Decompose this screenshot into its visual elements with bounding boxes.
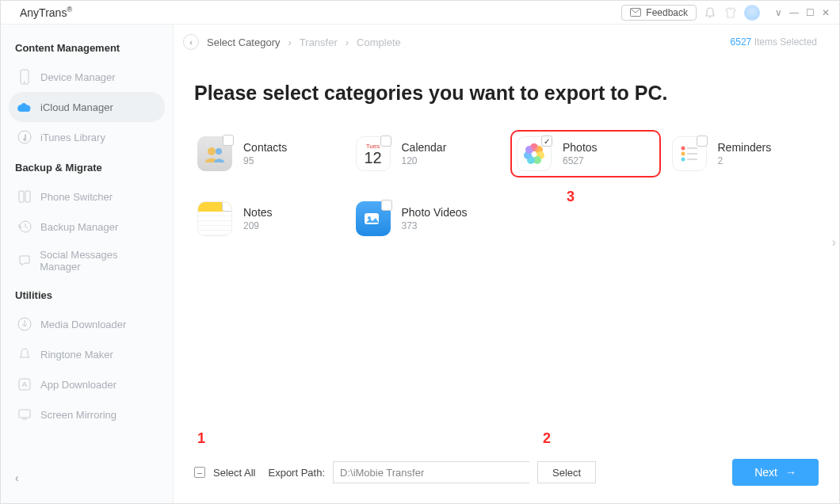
sidebar-label: Backup Manager xyxy=(40,221,118,233)
breadcrumb: ‹ Select Category › Transfer › Complete xyxy=(183,34,401,50)
sidebar-item-media-downloader[interactable]: Media Downloader xyxy=(9,309,165,339)
switch-icon xyxy=(17,189,32,204)
items-selected-count: 6527 xyxy=(731,36,752,48)
checkbox[interactable] xyxy=(223,135,234,146)
sidebar-item-backup-manager[interactable]: Backup Manager xyxy=(9,212,165,242)
svg-point-20 xyxy=(530,143,538,151)
svg-point-11 xyxy=(208,147,216,155)
photo-videos-icon xyxy=(356,201,391,236)
device-icon xyxy=(17,69,32,85)
category-contacts[interactable]: Contacts 95 xyxy=(194,130,345,178)
sidebar-collapse[interactable]: ‹ xyxy=(9,465,165,491)
section-backup-migrate: Backup & Migrate xyxy=(15,162,158,174)
avatar[interactable] xyxy=(744,5,760,21)
arrow-right-icon: → xyxy=(785,466,796,479)
checkbox[interactable] xyxy=(222,201,232,212)
category-count: 95 xyxy=(243,155,287,166)
sidebar-label: iTunes Library xyxy=(40,132,105,143)
scroll-right-button[interactable]: › xyxy=(832,235,836,250)
screen-icon xyxy=(17,407,32,422)
category-reminders[interactable]: Reminders 2 xyxy=(669,130,819,178)
select-path-button[interactable]: Select xyxy=(537,461,596,483)
breadcrumb-back-button[interactable]: ‹ xyxy=(183,34,199,50)
svg-point-21 xyxy=(681,147,685,151)
history-icon xyxy=(17,219,32,235)
sidebar-item-app-downloader[interactable]: App Downloader xyxy=(9,369,165,399)
app-icon xyxy=(17,376,32,392)
category-count: 2 xyxy=(718,155,772,166)
page-heading: Please select categories you want to exp… xyxy=(194,82,819,105)
category-name: Reminders xyxy=(718,141,772,154)
svg-point-23 xyxy=(681,158,685,162)
category-name: Calendar xyxy=(402,141,447,154)
sidebar-label: Social Messages Manager xyxy=(40,249,157,273)
sidebar-item-screen-mirroring[interactable]: Screen Mirroring xyxy=(9,399,165,430)
svg-point-12 xyxy=(216,148,222,155)
feedback-label: Feedback xyxy=(646,7,688,18)
export-path-input[interactable] xyxy=(333,461,529,483)
app-title: AnyTrans® xyxy=(20,6,72,19)
select-all-label: Select All xyxy=(213,467,255,479)
next-label: Next xyxy=(754,466,777,479)
trademark-symbol: ® xyxy=(67,6,72,13)
annotation-2: 2 xyxy=(543,430,551,447)
bell-icon[interactable] xyxy=(703,6,717,20)
window-controls: ∨ — ☐ ✕ xyxy=(773,7,831,18)
breadcrumb-step-select: Select Category xyxy=(207,36,281,48)
sidebar-item-device-manager[interactable]: Device Manager xyxy=(9,62,165,92)
sidebar-label: iCloud Manager xyxy=(40,101,113,113)
category-count: 6527 xyxy=(563,155,598,166)
select-all-checkbox[interactable]: – xyxy=(194,467,205,478)
svg-rect-10 xyxy=(19,410,30,418)
checkbox[interactable] xyxy=(380,136,391,147)
calendar-day-num: 12 xyxy=(364,150,381,166)
category-name: Notes xyxy=(243,206,273,219)
checkbox[interactable] xyxy=(697,136,708,147)
chat-icon xyxy=(17,253,32,269)
sidebar-item-social-messages[interactable]: Social Messages Manager xyxy=(9,242,165,280)
sidebar-label: Ringtone Maker xyxy=(40,349,113,361)
svg-rect-9 xyxy=(19,379,30,390)
sidebar-item-itunes-library[interactable]: iTunes Library xyxy=(9,122,165,152)
photos-icon: ✓ xyxy=(517,136,552,171)
sidebar-label: Device Manager xyxy=(40,71,116,83)
export-path-label: Export Path: xyxy=(268,467,325,479)
category-name: Photo Videos xyxy=(402,206,468,219)
maximize-button[interactable]: ☐ xyxy=(804,7,815,18)
chevron-right-icon: › xyxy=(346,36,349,48)
category-count: 209 xyxy=(243,220,273,231)
sidebar-item-phone-switcher[interactable]: Phone Switcher xyxy=(9,181,165,212)
breadcrumb-step-transfer: Transfer xyxy=(300,36,338,48)
calendar-icon: Tues 12 xyxy=(356,136,391,171)
titlebar: AnyTrans® Feedback ∨ — ☐ ✕ xyxy=(1,1,839,25)
sidebar-item-icloud-manager[interactable]: iCloud Manager xyxy=(9,92,165,122)
sidebar-label: Media Downloader xyxy=(40,319,126,330)
annotation-3: 3 xyxy=(567,189,575,205)
feedback-button[interactable]: Feedback xyxy=(621,5,697,21)
bell-outline-icon xyxy=(17,346,32,362)
items-selected: 6527 Items Selected xyxy=(731,36,817,48)
annotation-1: 1 xyxy=(197,430,205,447)
footer: – Select All Export Path: Select Next → xyxy=(194,448,819,492)
sidebar: Content Management Device Manager iCloud… xyxy=(1,25,174,503)
checkbox[interactable] xyxy=(381,200,392,211)
category-notes[interactable]: Notes 209 xyxy=(194,198,345,239)
svg-point-22 xyxy=(681,152,685,156)
download-icon xyxy=(17,316,32,332)
sidebar-label: App Downloader xyxy=(40,379,116,391)
minimize-button[interactable]: — xyxy=(788,7,800,18)
svg-rect-6 xyxy=(25,191,30,202)
chevron-right-icon: › xyxy=(288,36,292,48)
shirt-icon[interactable] xyxy=(724,6,738,20)
category-calendar[interactable]: Tues 12 Calendar 120 xyxy=(353,130,503,178)
category-photo-videos[interactable]: Photo Videos 373 xyxy=(353,198,503,239)
next-button[interactable]: Next → xyxy=(732,459,819,486)
close-button[interactable]: ✕ xyxy=(820,7,831,18)
section-content-management: Content Management xyxy=(15,42,158,54)
checkbox[interactable]: ✓ xyxy=(541,136,552,147)
category-name: Contacts xyxy=(243,141,287,154)
items-selected-label: Items Selected xyxy=(754,36,817,48)
dropdown-button[interactable]: ∨ xyxy=(773,7,784,18)
sidebar-item-ringtone-maker[interactable]: Ringtone Maker xyxy=(9,339,165,369)
category-photos[interactable]: ✓ Photos 6527 xyxy=(510,130,661,178)
